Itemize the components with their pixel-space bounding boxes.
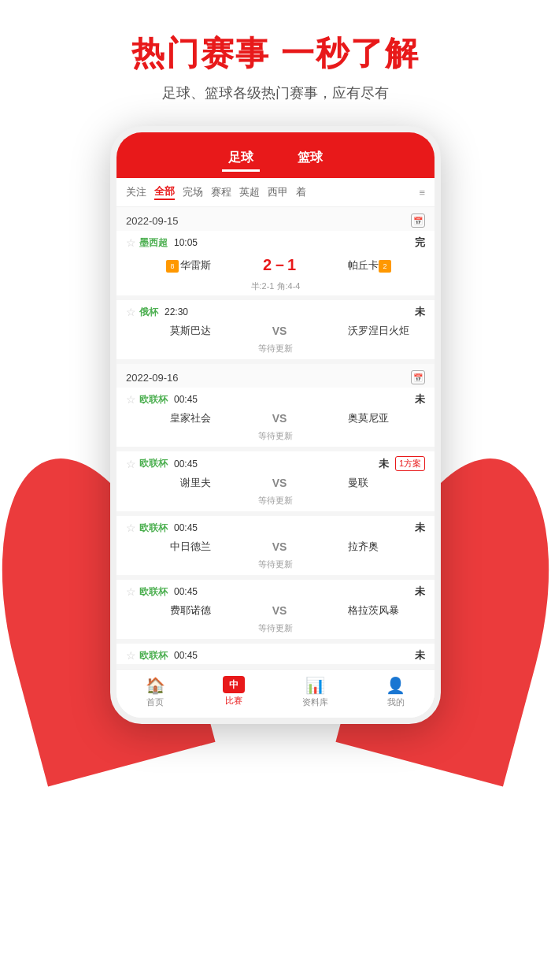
- score-vs-2: VS: [256, 325, 303, 337]
- profile-icon: 👤: [386, 676, 405, 695]
- hero-section: 热门赛事 一秒了解 足球、篮球各级热门赛事，应有尽有 足球 篮球 关注 全部 完: [0, 0, 551, 740]
- match-item-1: ☆ 墨西超 10:05 完 8华雷斯 2－1 帕丘卡2: [116, 231, 435, 300]
- nav-match[interactable]: 中 比赛: [223, 676, 245, 708]
- league-name-4[interactable]: 欧联杯: [139, 457, 168, 470]
- match-teams-6: 费耶诺德 VS 格拉茨风暴: [116, 600, 435, 621]
- league-name-7[interactable]: 欧联杯: [139, 649, 168, 663]
- match-teams-5: 中日德兰 VS 拉齐奥: [116, 536, 435, 557]
- match-header-4: ☆ 欧联杯 00:45 未 1方案: [116, 451, 435, 473]
- nav-database[interactable]: 📊 资料库: [302, 676, 328, 708]
- home-team-6: 费耶诺德: [140, 603, 211, 618]
- tab-football[interactable]: 足球: [222, 147, 260, 172]
- match-time-3: 00:45: [174, 394, 198, 405]
- phone-content: 2022-09-15 📅 ☆ 墨西超 10:05 完: [116, 207, 435, 669]
- league-name-5[interactable]: 欧联杯: [139, 522, 168, 535]
- away-team-6: 格拉茨风暴: [348, 603, 419, 618]
- match-item-2: ☆ 俄杯 22:30 未 莫斯巴达 VS 沃罗涅日火炬 等待更新: [116, 300, 435, 364]
- match-teams-1: 8华雷斯 2－1 帕丘卡2: [116, 251, 435, 279]
- match-sub-6: 等待更新: [116, 621, 435, 639]
- phone-header: 足球 篮球: [116, 132, 435, 178]
- phone-mockup: 足球 篮球 关注 全部 完场 赛程 英超 西甲 着 ≡: [110, 126, 441, 724]
- home-icon: 🏠: [146, 676, 165, 695]
- match-status-5: 未: [415, 521, 425, 535]
- calendar-icon-2[interactable]: 📅: [411, 370, 425, 384]
- favorite-star-4[interactable]: ☆: [126, 458, 136, 470]
- home-team-5: 中日德兰: [140, 540, 211, 554]
- match-time-2: 22:30: [165, 306, 188, 317]
- favorite-star-5[interactable]: ☆: [126, 522, 136, 534]
- match-sub-2: 等待更新: [116, 341, 435, 359]
- filter-menu-icon[interactable]: ≡: [419, 187, 425, 199]
- favorite-star-6[interactable]: ☆: [126, 585, 136, 598]
- nav-home[interactable]: 🏠 首页: [146, 676, 165, 708]
- away-team-4: 曼联: [348, 476, 419, 490]
- score-vs-3: VS: [256, 412, 303, 425]
- score-vs-5: VS: [256, 540, 303, 553]
- favorite-star-3[interactable]: ☆: [126, 393, 136, 406]
- sport-tabs: 足球 篮球: [116, 140, 435, 178]
- nav-database-label: 资料库: [302, 696, 328, 708]
- tab-basketball[interactable]: 篮球: [291, 147, 329, 172]
- match-status-7: 未: [415, 648, 425, 663]
- home-team-3: 皇家社会: [140, 411, 211, 425]
- match-header-7: ☆ 欧联杯 00:45 未: [116, 644, 435, 664]
- favorite-star-1[interactable]: ☆: [126, 236, 136, 249]
- away-team-2: 沃罗涅日火炬: [348, 324, 419, 338]
- calendar-icon-1[interactable]: 📅: [411, 213, 425, 228]
- away-team-1: 帕丘卡2: [348, 258, 419, 273]
- match-status-1: 完: [415, 236, 425, 250]
- date-header-2: 2022-09-16 📅: [116, 364, 435, 388]
- score-1: 2－1: [256, 254, 303, 276]
- plan-badge-4[interactable]: 1方案: [395, 456, 425, 471]
- favorite-star-7[interactable]: ☆: [126, 649, 136, 662]
- match-sub-5: 等待更新: [116, 557, 435, 575]
- filter-follow[interactable]: 关注: [126, 185, 146, 199]
- score-vs-4: VS: [256, 477, 303, 489]
- home-team-1: 8华雷斯: [140, 258, 211, 273]
- league-name-2[interactable]: 俄杯: [139, 306, 158, 319]
- date-header-1: 2022-09-15 📅: [116, 207, 435, 231]
- score-vs-6: VS: [256, 604, 303, 617]
- league-name-6[interactable]: 欧联杯: [139, 585, 168, 599]
- match-header-6: ☆ 欧联杯 00:45 未: [116, 580, 435, 600]
- match-time-6: 00:45: [174, 586, 198, 597]
- match-status-3: 未: [415, 392, 425, 406]
- favorite-star-2[interactable]: ☆: [126, 306, 136, 318]
- phone-wrapper: 足球 篮球 关注 全部 完场 赛程 英超 西甲 着 ≡: [16, 126, 535, 724]
- match-time-1: 10:05: [174, 237, 198, 248]
- away-badge-1: 2: [379, 260, 391, 273]
- bottom-nav: 🏠 首页 中 比赛 📊 资料库 👤 我: [116, 669, 435, 718]
- home-badge-1: 8: [166, 260, 179, 273]
- match-header-2: ☆ 俄杯 22:30 未: [116, 300, 435, 321]
- away-team-3: 奥莫尼亚: [348, 411, 419, 425]
- match-time-4: 00:45: [174, 458, 198, 470]
- filter-laliga[interactable]: 西甲: [268, 185, 288, 199]
- match-sub-4: 等待更新: [116, 493, 435, 511]
- filter-schedule[interactable]: 赛程: [211, 185, 231, 199]
- match-sub-3: 等待更新: [116, 429, 435, 447]
- match-time-7: 00:45: [174, 650, 198, 661]
- filter-premier[interactable]: 英超: [239, 185, 260, 199]
- league-name-1[interactable]: 墨西超: [139, 236, 168, 250]
- match-header-5: ☆ 欧联杯 00:45 未: [116, 516, 435, 536]
- match-sub-1: 半:2-1 角:4-4: [116, 279, 435, 295]
- filter-all[interactable]: 全部: [154, 184, 175, 200]
- match-header-1: ☆ 墨西超 10:05 完: [116, 231, 435, 251]
- date-label-1: 2022-09-15: [126, 215, 179, 227]
- match-item-4: ☆ 欧联杯 00:45 未 1方案 谢里夫 VS 曼联 等待更新: [116, 451, 435, 516]
- match-teams-3: 皇家社会 VS 奥莫尼亚: [116, 408, 435, 429]
- match-status-6: 未: [415, 585, 425, 599]
- match-item-3: ☆ 欧联杯 00:45 未 皇家社会 VS 奥莫尼亚 等待更新: [116, 388, 435, 451]
- filter-more-text[interactable]: 着: [296, 185, 306, 199]
- league-name-3[interactable]: 欧联杯: [139, 393, 168, 406]
- match-icon: 中: [223, 676, 245, 693]
- nav-home-label: 首页: [146, 696, 164, 708]
- match-item-7: ☆ 欧联杯 00:45 未: [116, 644, 435, 669]
- filter-finished[interactable]: 完场: [183, 185, 203, 199]
- match-time-5: 00:45: [174, 522, 198, 533]
- match-item-6: ☆ 欧联杯 00:45 未 费耶诺德 VS 格拉茨风暴 等待更新: [116, 580, 435, 644]
- nav-profile[interactable]: 👤 我的: [386, 676, 405, 708]
- nav-match-label: 比赛: [225, 695, 242, 707]
- date-label-2: 2022-09-16: [126, 372, 179, 384]
- filter-row: 关注 全部 完场 赛程 英超 西甲 着 ≡: [116, 178, 435, 207]
